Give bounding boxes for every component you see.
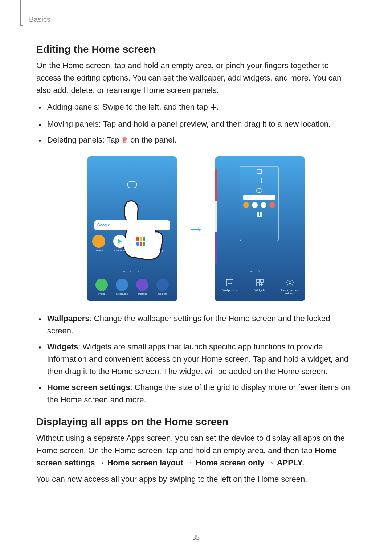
svg-rect-3 <box>257 283 260 286</box>
mini-app-icon <box>243 202 249 208</box>
bullet-tail: on the panel. <box>128 135 176 144</box>
app-gallery: Gallery <box>91 235 106 252</box>
figure-phone-before: Google Gallery Play Store Google Apps – … <box>87 156 177 301</box>
home-icon <box>257 169 262 174</box>
app-play-store: Play Store <box>113 235 127 252</box>
app-google-folder: Google <box>134 235 148 252</box>
breadcrumb: Basics <box>29 15 50 24</box>
search-bar: Google <box>94 220 170 230</box>
weather-icon <box>256 188 262 193</box>
search-placeholder: Google <box>97 223 110 227</box>
display-all-apps-note: You can now access all your apps by swip… <box>36 473 356 485</box>
page-number: 35 <box>192 533 200 542</box>
intro-paragraph: On the Home screen, tap and hold an empt… <box>36 59 356 97</box>
mini-app-icon <box>269 202 275 208</box>
figure-home-screen-edit: Google Gallery Play Store Google Apps – … <box>36 156 356 301</box>
app-apps: Apps <box>155 235 169 252</box>
bullet-text: Adding panels: Swipe to the left, and th… <box>47 102 210 111</box>
option-widgets: Widgets <box>250 278 270 295</box>
dock-internet: Internet <box>135 279 150 295</box>
bullet-widgets: Widgets: Widgets are small apps that lau… <box>47 341 356 378</box>
page-indicator: – ⌂ + <box>250 269 269 273</box>
dock-messages: Messages <box>115 279 129 295</box>
heading-editing-home-screen: Editing the Home screen <box>36 44 356 55</box>
trash-icon <box>122 135 128 147</box>
bullet-moving-panels: Moving panels: Tap and hold a panel prev… <box>47 118 356 130</box>
edit-options-row: Wallpapers Widgets Home screen settings <box>215 278 305 295</box>
svg-point-4 <box>289 282 291 284</box>
heading-displaying-all-apps: Displaying all apps on the Home screen <box>36 416 356 428</box>
apps-grid-icon <box>257 212 262 217</box>
mini-app-icon <box>261 202 266 208</box>
plus-icon <box>210 102 217 114</box>
app-icon-row: Gallery Play Store Google Apps <box>91 235 169 252</box>
mini-search-bar: Google↓ <box>243 195 275 200</box>
dock: Phone Messages Internet Camera <box>91 279 173 295</box>
page-indicator: – ⌂ • <box>123 269 141 273</box>
bullet-wallpapers: Wallpapers: Change the wallpaper setting… <box>47 312 356 337</box>
display-all-apps-paragraph: Without using a separate Apps screen, yo… <box>36 432 356 469</box>
bullet-tail: . <box>217 102 219 111</box>
option-home-screen-settings: Home screen settings <box>280 278 300 295</box>
mini-app-icon <box>252 202 258 208</box>
svg-rect-0 <box>226 279 233 286</box>
bullet-deleting-panels: Deleting panels: Tap on the panel. <box>47 134 356 147</box>
figure-phone-after: Google↓ – ⌂ + Wallpapers <box>215 156 305 301</box>
widgets-icon <box>256 278 264 287</box>
dock-phone: Phone <box>94 279 109 295</box>
arrow-right-icon: → <box>188 219 204 238</box>
option-wallpapers: Wallpapers <box>220 278 240 295</box>
calendar-icon <box>257 178 262 183</box>
bullet-home-screen-settings: Home screen settings: Change the size of… <box>47 381 356 406</box>
dock-camera: Camera <box>155 279 170 295</box>
gear-icon <box>286 278 294 287</box>
bullet-adding-panels: Adding panels: Swipe to the left, and th… <box>47 101 356 114</box>
edit-option-descriptions-list: Wallpapers: Change the wallpaper setting… <box>36 312 356 406</box>
home-panel-preview: Google↓ <box>240 166 279 241</box>
bullet-text: Deleting panels: Tap <box>47 135 122 144</box>
image-icon <box>225 278 234 287</box>
panel-actions-list: Adding panels: Swipe to the left, and th… <box>36 101 356 147</box>
weather-icon <box>127 181 137 188</box>
header-rule <box>20 0 23 26</box>
svg-rect-1 <box>257 279 260 282</box>
svg-rect-2 <box>260 279 263 282</box>
panel-edge-strip <box>215 169 217 264</box>
